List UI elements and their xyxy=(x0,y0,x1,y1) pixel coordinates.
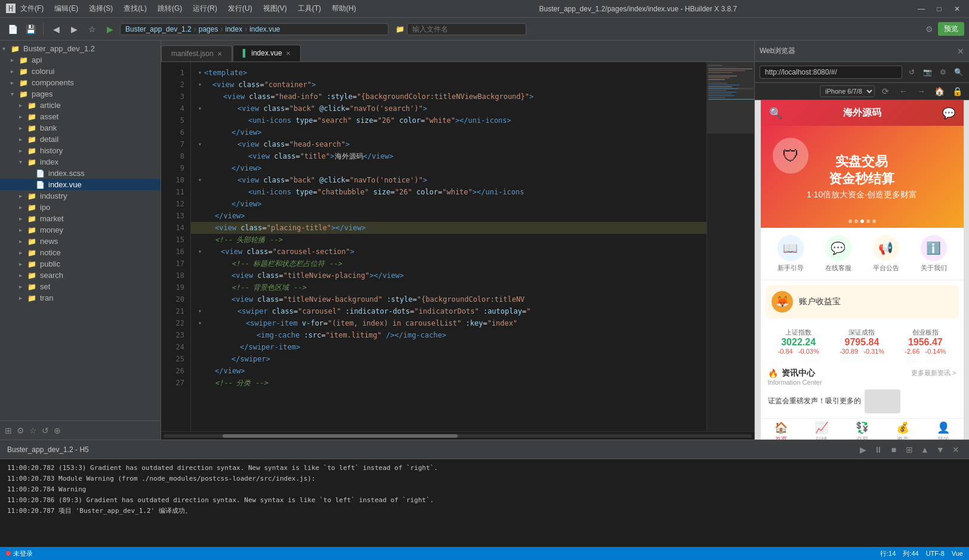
sidebar-item-set[interactable]: ▸ 📁 set xyxy=(0,281,161,292)
sidebar-item-search[interactable]: ▸ 📁 search xyxy=(0,270,161,281)
news-more-link[interactable]: 更多最新资讯 > xyxy=(911,369,956,378)
filter-icon[interactable]: ⚙ xyxy=(925,24,933,34)
scrollbar-thumb[interactable] xyxy=(223,434,458,438)
menu-item-f[interactable]: 文件(F) xyxy=(16,2,48,15)
fold-22[interactable]: ▾ xyxy=(198,317,202,329)
breadcrumb-segment-4[interactable]: index.vue xyxy=(249,25,280,33)
sidebar-btn-5[interactable]: ⊕ xyxy=(54,426,61,435)
sidebar-item-index[interactable]: ▾ 📁 index xyxy=(0,156,161,168)
fold-7[interactable]: ▾ xyxy=(198,138,202,150)
run-button[interactable]: ▶ xyxy=(102,21,118,37)
console-scroll-up[interactable]: ▲ xyxy=(919,445,931,454)
nav-item-trade[interactable]: 💱 交易 xyxy=(856,421,869,440)
browser-nav-back[interactable]: ← xyxy=(896,86,911,96)
save-button[interactable]: 💾 xyxy=(23,21,38,37)
menu-item-r[interactable]: 运行(R) xyxy=(188,2,222,15)
sidebar-item-notice[interactable]: ▸ 📁 notice xyxy=(0,247,161,258)
browser-home-button[interactable]: 🏠 xyxy=(932,86,946,96)
sidebar-item-article[interactable]: ▸ 📁 article xyxy=(0,100,161,111)
fold-10[interactable]: ▾ xyxy=(198,174,202,186)
browser-screenshot-button[interactable]: 📷 xyxy=(921,68,933,76)
menu-item-s[interactable]: 选择(S) xyxy=(84,2,118,15)
back-button[interactable]: ◀ xyxy=(48,21,64,37)
maximize-button[interactable]: □ xyxy=(933,5,945,13)
close-button[interactable]: ✕ xyxy=(951,5,963,13)
sidebar-item-index-scss[interactable]: 📄 index.scss xyxy=(0,168,161,179)
sidebar-item-public[interactable]: ▸ 📁 public xyxy=(0,258,161,270)
scrollbar-horizontal[interactable] xyxy=(161,431,754,440)
sidebar-item-news[interactable]: ▸ 📁 news xyxy=(0,236,161,247)
url-bar[interactable] xyxy=(760,66,902,79)
menu-item-t[interactable]: 工具(T) xyxy=(293,2,326,15)
fold-2[interactable]: ▾ xyxy=(198,79,202,91)
menu-item-h[interactable]: 帮助(H) xyxy=(327,2,361,15)
sidebar-item-money[interactable]: ▸ 📁 money xyxy=(0,224,161,236)
sidebar-item-asset[interactable]: ▸ 📁 asset xyxy=(0,111,161,122)
browser-refresh-button[interactable]: ↺ xyxy=(906,68,918,76)
browser-inspect-button[interactable]: 🔍 xyxy=(952,68,964,76)
tree-root[interactable]: ▾ 📁 Buster_app_dev_1.2 xyxy=(0,43,161,54)
nav-item-assets[interactable]: 💰 资产 xyxy=(896,421,909,440)
nav-item-profile[interactable]: 👤 我的 xyxy=(937,421,950,440)
sidebar-item-colorui[interactable]: ▸ 📁 colorui xyxy=(0,66,161,77)
tab-manifest[interactable]: manifest.json ✕ xyxy=(161,45,232,61)
phone-icon-notice[interactable]: 📢 平台公告 xyxy=(873,235,899,273)
console-stop-button[interactable]: ■ xyxy=(888,445,900,454)
sidebar-item-history[interactable]: ▸ 📁 history xyxy=(0,145,161,156)
browser-close-button[interactable]: ✕ xyxy=(957,47,964,56)
phone-chat-icon[interactable]: 💬 xyxy=(942,107,955,120)
sidebar-item-ipo[interactable]: ▸ 📁 ipo xyxy=(0,202,161,213)
fold-21[interactable]: ▾ xyxy=(198,305,202,317)
menu-item-e[interactable]: 编辑(E) xyxy=(50,2,83,15)
sidebar-btn-2[interactable]: ⚙ xyxy=(17,426,24,435)
menu-item-l[interactable]: 查找(L) xyxy=(119,2,152,15)
phone-icon-guide[interactable]: 📖 新手引导 xyxy=(777,235,804,273)
console-pause-button[interactable]: ⏸ xyxy=(872,445,884,454)
menu-item-v[interactable]: 视图(V) xyxy=(258,2,292,15)
console-run-button[interactable]: ▶ xyxy=(857,445,869,454)
rotate-button[interactable]: ⟳ xyxy=(878,86,893,96)
phone-icon-about[interactable]: ℹ️ 关于我们 xyxy=(921,235,947,273)
sidebar-item-index-vue[interactable]: 📄 index.vue xyxy=(0,179,161,190)
browser-nav-forward[interactable]: → xyxy=(914,86,928,96)
fold-16[interactable]: ▾ xyxy=(198,246,202,258)
console-detach-button[interactable]: ⊞ xyxy=(903,445,915,454)
preview-button[interactable]: 预览 xyxy=(938,22,964,36)
nav-item-market[interactable]: 📈 行情 xyxy=(815,421,828,440)
sidebar-item-bank[interactable]: ▸ 📁 bank xyxy=(0,122,161,134)
fold-1[interactable]: ▾ xyxy=(198,67,202,79)
bookmark-button[interactable]: ☆ xyxy=(84,21,100,37)
tab-close-manifest[interactable]: ✕ xyxy=(217,51,222,57)
sidebar-item-detail[interactable]: ▸ 📁 detail xyxy=(0,134,161,145)
sidebar-btn-3[interactable]: ☆ xyxy=(29,426,37,435)
browser-settings-button[interactable]: ⚙ xyxy=(937,68,949,76)
sidebar-item-api[interactable]: ▸ 📁 api xyxy=(0,54,161,66)
device-select[interactable]: iPhone 6/7/8 xyxy=(820,85,875,97)
phone-search-icon[interactable]: 🔍 xyxy=(769,107,782,120)
phone-icon-service[interactable]: 💬 在线客服 xyxy=(825,235,851,273)
sidebar-item-market[interactable]: ▸ 📁 market xyxy=(0,213,161,224)
phone-account-banner[interactable]: 🦊 账户收益宝 xyxy=(766,285,959,318)
code-content[interactable]: ▾ <template> ▾ <view class="container"> … xyxy=(191,62,706,431)
sidebar-item-pages[interactable]: ▾ 📁 pages xyxy=(0,88,161,100)
breadcrumb-segment-2[interactable]: pages xyxy=(199,25,218,33)
menu-item-u[interactable]: 发行(U) xyxy=(223,2,257,15)
sidebar-btn-4[interactable]: ↺ xyxy=(42,426,49,435)
nav-item-home[interactable]: 🏠 首页 xyxy=(774,421,788,440)
sidebar-item-components[interactable]: ▸ 📁 components xyxy=(0,77,161,88)
menu-item-g[interactable]: 跳转(G) xyxy=(153,2,187,15)
tab-close-index-vue[interactable]: ✕ xyxy=(286,50,291,57)
console-close-button[interactable]: ✕ xyxy=(950,445,962,454)
forward-button[interactable]: ▶ xyxy=(66,21,82,37)
tab-index-vue[interactable]: ▌ index.vue ✕ xyxy=(233,45,301,61)
breadcrumb-segment-1[interactable]: Buster_app_dev_1.2 xyxy=(125,25,192,33)
sidebar-item-tran[interactable]: ▸ 📁 tran xyxy=(0,292,161,304)
sidebar-item-industry[interactable]: ▸ 📁 industry xyxy=(0,190,161,202)
new-file-button[interactable]: 📄 xyxy=(5,21,20,37)
file-search-input[interactable] xyxy=(407,23,526,35)
fold-4[interactable]: ▾ xyxy=(198,103,202,115)
console-scroll-down[interactable]: ▼ xyxy=(934,445,946,454)
news-item-1[interactable]: 证监会重磅发声！吸引更多的 xyxy=(768,389,956,413)
sidebar-btn-1[interactable]: ⊞ xyxy=(5,426,12,435)
minimize-button[interactable]: — xyxy=(915,5,927,13)
